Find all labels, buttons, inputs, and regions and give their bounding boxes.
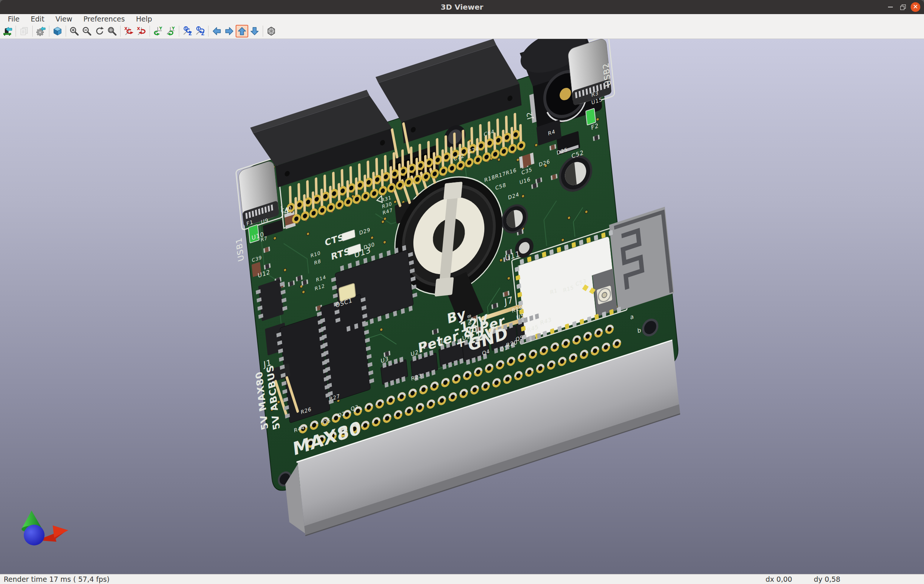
- menu-help[interactable]: Help: [130, 14, 157, 24]
- copy-image-button[interactable]: [18, 25, 30, 38]
- menu-preferences[interactable]: Preferences: [78, 14, 130, 24]
- move-down-button[interactable]: [248, 25, 261, 38]
- close-button[interactable]: ✕: [911, 2, 920, 12]
- svg-text:Y: Y: [172, 26, 175, 31]
- toolbar-separator: [32, 26, 33, 37]
- render-time-status: Render time 17 ms ( 57,4 fps): [4, 575, 109, 583]
- move-down-icon: [250, 26, 259, 36]
- redraw-icon: [95, 26, 104, 36]
- silkscreen-text: a: [630, 313, 634, 321]
- rotate-z-counterclockwise-button[interactable]: Z: [194, 25, 206, 38]
- toolbar: X X Y Y: [0, 24, 924, 39]
- render-cube-icon: [53, 26, 62, 36]
- zoom-in-button[interactable]: [68, 25, 81, 38]
- orthographic-cube-icon: [266, 26, 276, 36]
- render-options-button[interactable]: [35, 25, 47, 38]
- silkscreen-text: USB1: [234, 237, 245, 263]
- minimize-button[interactable]: [885, 2, 895, 12]
- rotate-y-counterclockwise-button[interactable]: Y: [164, 25, 177, 38]
- svg-text:Y: Y: [159, 26, 163, 31]
- zoom-out-icon: [82, 26, 92, 36]
- usb-c-connector-1: [238, 160, 279, 227]
- dx-status: dx 0,00: [766, 575, 792, 583]
- window-title: 3D Viewer: [441, 3, 483, 12]
- zoom-to-fit-icon: [107, 26, 117, 36]
- silkscreen-text: R28: [467, 313, 473, 326]
- rotate-y-counterclockwise-icon: Y: [166, 26, 175, 36]
- z-axis-sphere: [24, 525, 45, 545]
- reload-board-icon: [3, 26, 12, 36]
- toolbar-separator: [16, 26, 16, 37]
- silkscreen-text: b: [637, 326, 642, 334]
- maximize-button[interactable]: [898, 2, 908, 12]
- rotate-x-clockwise-button[interactable]: X: [122, 25, 135, 38]
- reload-board-button[interactable]: [1, 25, 14, 38]
- toolbar-separator: [150, 26, 150, 37]
- zoom-in-icon: [69, 26, 79, 36]
- move-right-icon: [224, 26, 234, 36]
- pcb-render: MAX80ByPeter & PerJ6GNDJ7-12V+12VJ15V MA…: [0, 39, 924, 574]
- status-bar: Render time 17 ms ( 57,4 fps) dx 0,00 dy…: [0, 574, 924, 584]
- 3d-viewer-window: 3D Viewer ✕ File Edit View Preferences H…: [0, 0, 924, 584]
- minimize-icon: [888, 7, 893, 7]
- viewport-3d[interactable]: MAX80ByPeter & PerJ6GNDJ7-12V+12VJ15V MA…: [0, 39, 924, 574]
- title-bar[interactable]: 3D Viewer ✕: [0, 0, 924, 14]
- rotate-z-counterclockwise-icon: Z: [195, 26, 205, 36]
- zoom-to-fit-button[interactable]: [106, 25, 118, 38]
- toolbar-separator: [120, 26, 120, 37]
- redraw-button[interactable]: [93, 25, 106, 38]
- render-options-icon: [36, 26, 46, 36]
- rotate-x-clockwise-icon: X: [124, 26, 134, 36]
- dy-status: dy 0,58: [814, 575, 840, 583]
- rotate-y-clockwise-button[interactable]: Y: [152, 25, 164, 38]
- menu-file[interactable]: File: [2, 14, 25, 24]
- menu-edit[interactable]: Edit: [25, 14, 50, 24]
- toolbar-separator: [49, 26, 50, 37]
- copy-image-icon: [19, 26, 29, 36]
- rotate-z-clockwise-icon: Z: [183, 26, 192, 36]
- svg-text:X: X: [137, 26, 140, 31]
- rotate-x-counterclockwise-icon: X: [137, 26, 146, 36]
- restore-icon: [900, 5, 906, 10]
- toolbar-separator: [263, 26, 263, 37]
- menu-view[interactable]: View: [50, 14, 78, 24]
- pcb-board: MAX80ByPeter & PerJ6GNDJ7-12V+12VJ15V MA…: [222, 39, 686, 548]
- move-right-button[interactable]: [223, 25, 236, 38]
- orthographic-projection-button[interactable]: [265, 25, 277, 38]
- rotate-y-clockwise-icon: Y: [153, 26, 163, 36]
- close-icon: ✕: [913, 4, 918, 10]
- move-left-button[interactable]: [210, 25, 223, 38]
- toolbar-separator: [179, 26, 179, 37]
- move-left-icon: [212, 26, 221, 36]
- rotate-x-counterclockwise-button[interactable]: X: [135, 25, 148, 38]
- toolbar-separator: [66, 26, 66, 37]
- menu-bar: File Edit View Preferences Help: [0, 14, 924, 24]
- silkscreen-text: USB2: [601, 62, 612, 88]
- rotate-z-clockwise-button[interactable]: Z: [181, 25, 194, 38]
- render-realistic-button[interactable]: [51, 25, 64, 38]
- move-up-icon: [237, 26, 247, 36]
- move-up-button[interactable]: [236, 25, 248, 38]
- zoom-out-button[interactable]: [81, 25, 93, 38]
- axis-orientation-gizmo: [21, 511, 68, 545]
